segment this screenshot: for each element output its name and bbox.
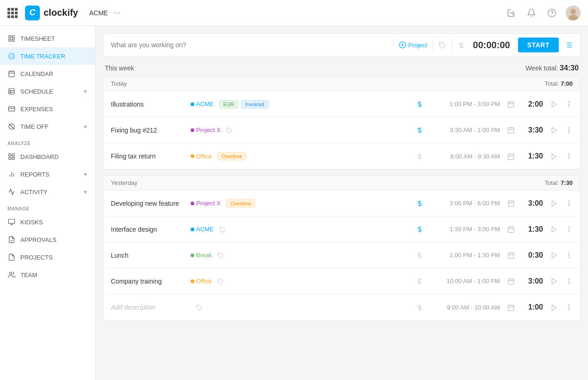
entry-description-placeholder[interactable]: Add description [111,304,185,311]
entry-right: 1:00 PM - 3:00 PM 2:00 [416,100,573,108]
project-picker-btn[interactable]: Project [399,41,427,49]
entry-description[interactable]: Interface design [111,226,185,233]
start-button[interactable]: START [518,38,559,52]
entry-project[interactable]: Office [191,278,212,285]
description-input[interactable] [111,41,387,49]
svg-rect-7 [9,39,11,41]
calendar-icon[interactable] [507,303,515,311]
sidebar-item-time-tracker[interactable]: TIME TRACKER [0,47,95,65]
more-menu-btn[interactable] [565,101,573,108]
sidebar-item-reports[interactable]: REPORTS ▼ [0,165,95,183]
play-button[interactable] [550,277,558,285]
more-menu-btn[interactable] [565,200,573,207]
billable-icon[interactable] [416,199,423,208]
reports-label: REPORTS [20,171,50,178]
sidebar-item-team[interactable]: TEAM [0,266,95,284]
calendar-icon[interactable] [507,152,515,160]
more-menu-btn[interactable] [565,304,573,311]
entry-time-range: 1:30 PM - 3:00 PM [430,226,500,233]
schedule-chevron: ▼ [83,89,88,94]
tag-btn[interactable] [439,41,446,49]
entry-project[interactable]: ACME [191,101,214,108]
entry-project[interactable]: Office [191,153,212,160]
sidebar-item-timesheet[interactable]: TIMESHEET [0,30,95,47]
play-button[interactable] [550,126,558,134]
more-menu-btn[interactable] [565,152,573,160]
billable-icon[interactable] [416,303,423,311]
entry-project[interactable]: Project X [191,127,221,133]
more-menu-btn[interactable] [565,226,573,233]
logo-letter: C [30,8,36,18]
more-menu-btn[interactable] [565,278,573,285]
sidebar-item-time-off[interactable]: TIME OFF ▼ [0,118,95,135]
play-button[interactable] [550,225,558,234]
view-toggle-btn[interactable] [564,41,573,50]
sidebar-item-projects[interactable]: PROJECTS [0,248,95,266]
avatar[interactable] [566,6,581,20]
sidebar-item-approvals[interactable]: APPROVALS [0,231,95,248]
time-off-label: TIME OFF [20,123,49,130]
workspace-menu-btn[interactable]: ··· [114,8,121,18]
entry-description[interactable]: Developing new feature [111,200,185,207]
sidebar-item-activity[interactable]: ACTIVITY ▼ [0,183,95,201]
billable-icon[interactable] [416,100,423,108]
billable-icon[interactable] [416,225,423,234]
svg-rect-25 [12,157,14,159]
help-icon[interactable] [545,6,558,19]
billable-icon[interactable] [416,126,423,134]
play-button[interactable] [550,303,558,311]
entry-description[interactable]: Filing tax return [111,152,185,160]
entry-description[interactable]: Illustrations [111,101,185,108]
sidebar-item-expenses[interactable]: EXPENSES [0,100,95,118]
entry-project[interactable]: Project X [191,200,221,207]
svg-point-70 [569,156,569,157]
sidebar-item-calendar[interactable]: CALENDAR [0,65,95,82]
grid-icon[interactable] [7,8,18,18]
tag-icon[interactable] [226,126,233,133]
notifications-icon[interactable] [525,6,538,19]
billable-icon[interactable] [416,251,423,260]
workspace-name[interactable]: ACME [89,9,108,17]
sidebar-item-schedule[interactable]: SCHEDULE ▼ [0,82,95,100]
tag-icon[interactable] [196,304,203,311]
project-dot [191,202,194,205]
play-button[interactable] [550,199,558,208]
calendar-icon[interactable] [507,277,515,285]
play-button[interactable] [550,152,558,160]
projects-icon [7,253,16,261]
entry-time-range: 9:00 AM - 10:00 AM [430,304,500,311]
kiosks-icon [7,218,16,226]
entry-project[interactable]: Break [191,252,212,259]
projects-label: PROJECTS [20,254,52,261]
calendar-icon[interactable] [507,199,515,208]
entry-description[interactable]: Lunch [111,252,185,259]
analyze-section-label: ANALYZE [0,135,95,148]
integrations-icon[interactable] [505,6,518,19]
sidebar-item-dashboard[interactable]: DASHBOARD [0,148,95,165]
tag-icon[interactable] [217,251,224,259]
approvals-label: APPROVALS [20,236,57,243]
play-button[interactable] [550,251,558,260]
calendar-icon[interactable] [507,100,515,108]
calendar-icon[interactable] [507,225,515,234]
play-button[interactable] [550,100,558,108]
more-menu-btn[interactable] [565,127,573,134]
billable-btn[interactable] [458,41,465,49]
svg-point-110 [569,283,569,284]
tag-icon[interactable] [217,277,224,285]
entry-row: Add description 9:00 AM - 10:00 AM 1:00 [103,294,580,320]
billable-icon[interactable] [416,277,423,285]
navbar-left: C clockify ACME ··· [7,6,121,20]
billable-icon[interactable] [416,152,423,160]
entry-project[interactable]: ACME [191,226,214,233]
entry-description[interactable]: Fixing bug #212 [111,127,185,134]
tag-icon[interactable] [219,225,226,233]
sidebar-item-kiosks[interactable]: KIOSKS [0,213,95,231]
more-menu-btn[interactable] [565,252,573,259]
calendar-icon[interactable] [507,251,515,260]
time-tracker-label: TIME TRACKER [20,53,65,60]
svg-point-90 [569,231,569,232]
entry-description[interactable]: Company training [111,278,185,285]
calendar-icon[interactable] [507,126,515,134]
time-off-icon [7,122,16,131]
